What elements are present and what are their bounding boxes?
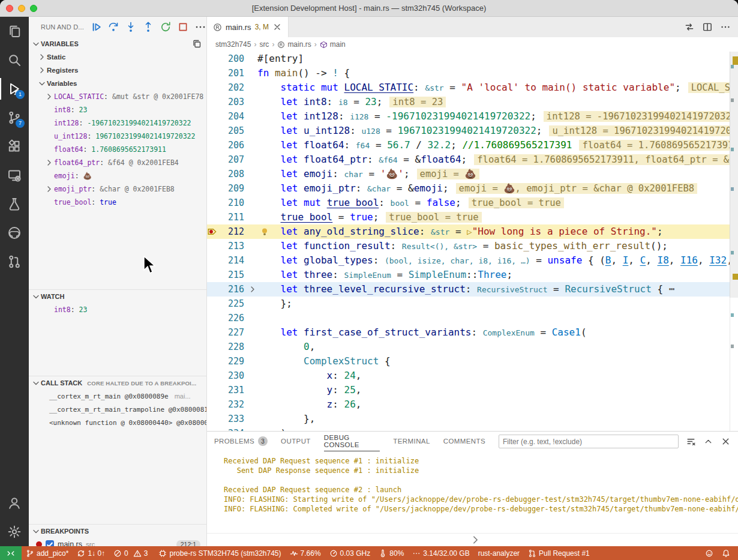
- fullscreen-window-button[interactable]: [30, 5, 37, 12]
- gutter-line-225[interactable]: 225: [207, 297, 257, 311]
- stack-frame[interactable]: __cortex_m_rt_main_trampoline @0x0800081: [29, 403, 206, 416]
- rust-analyzer-status[interactable]: rust-analyzer: [474, 546, 524, 560]
- variables-group-variables[interactable]: Variables: [29, 77, 206, 90]
- breadcrumb-item-main-rs[interactable]: main.rs: [277, 40, 311, 49]
- minimize-window-button[interactable]: [18, 5, 25, 12]
- temperature-status[interactable]: 80%: [374, 546, 408, 560]
- code-line-205[interactable]: 205 let u_int128: u128 = 196710231994021…: [207, 124, 738, 138]
- code-line-227[interactable]: 227 let first_case_of_struct_variants: C…: [207, 325, 738, 340]
- debug-console-input[interactable]: [207, 533, 738, 546]
- variable-row-emoji[interactable]: emoji: 💩: [29, 169, 206, 182]
- variables-group-static[interactable]: Static: [29, 50, 206, 64]
- filter-icon[interactable]: [686, 436, 696, 447]
- continue-button[interactable]: [90, 21, 102, 33]
- gutter-line-204[interactable]: 204: [207, 109, 257, 124]
- fold-chevron-icon[interactable]: [248, 285, 257, 294]
- gutter-line-209[interactable]: 209: [207, 181, 257, 196]
- code-line-202[interactable]: 202 static mut LOCAL_STATIC: &str = "A '…: [207, 80, 738, 95]
- watch-section-header[interactable]: WATCH: [29, 290, 206, 303]
- overview-ruler[interactable]: [730, 52, 738, 431]
- step-over-button[interactable]: [107, 21, 119, 33]
- source-control-icon[interactable]: 7: [0, 103, 29, 132]
- restart-button[interactable]: [160, 21, 172, 33]
- code-line-214[interactable]: 214 let global_types: (bool, isize, char…: [207, 253, 738, 268]
- code-line-203[interactable]: 203 let int8: i8 = 23;int8 = 23: [207, 95, 738, 109]
- search-icon[interactable]: [0, 46, 29, 74]
- memory-status[interactable]: 3.14/32.00 GB: [408, 546, 473, 560]
- gutter-line-206[interactable]: 206: [207, 138, 257, 152]
- gutter-line-214[interactable]: 214: [207, 253, 257, 268]
- gutter-line-208[interactable]: 208: [207, 167, 257, 181]
- gutter-line-205[interactable]: 205: [207, 124, 257, 138]
- git-branch-status[interactable]: add_pico*: [22, 546, 73, 560]
- stack-frame[interactable]: __cortex_m_rt_main @0x0800089emai...: [29, 390, 206, 403]
- console-filter-input[interactable]: [499, 435, 679, 448]
- panel-tab-comments[interactable]: COMMENTS: [443, 432, 485, 451]
- scrollbar-slider[interactable]: [730, 52, 738, 298]
- gutter-line-233[interactable]: 233: [207, 412, 257, 426]
- code-line-232[interactable]: 232 z: 26,: [207, 397, 738, 412]
- variable-row-u_int128[interactable]: u_int128: 196710231994021419720322: [29, 130, 206, 143]
- panel-tab-debug-console[interactable]: DEBUG CONSOLE: [324, 432, 380, 451]
- watch-row-int8[interactable]: int8: 23: [29, 303, 206, 316]
- code-line-228[interactable]: 228 0,: [207, 340, 738, 354]
- call-stack-section-header[interactable]: CALL STACK CORE HALTED DUE TO A BREAKPOI…: [29, 376, 206, 390]
- extensions-icon[interactable]: [0, 132, 29, 161]
- code-line-229[interactable]: 229 ComplexStruct {: [207, 354, 738, 369]
- gutter-line-231[interactable]: 231: [207, 383, 257, 397]
- code-line-231[interactable]: 231 y: 25,: [207, 383, 738, 397]
- code-editor[interactable]: 200#[entry]201fn main() -> ! {202 static…: [207, 52, 738, 431]
- gutter-line-230[interactable]: 230: [207, 369, 257, 383]
- close-panel-icon[interactable]: [721, 436, 731, 447]
- sync-status[interactable]: 1↓ 0↑: [73, 546, 109, 560]
- explorer-icon[interactable]: [0, 17, 29, 46]
- panel-tab-output[interactable]: OUTPUT: [281, 432, 311, 451]
- gutter-line-228[interactable]: 228: [207, 340, 257, 354]
- code-line-211[interactable]: 211 true_bool = true;true_bool = true: [207, 210, 738, 224]
- run-and-debug-icon[interactable]: 1: [0, 74, 29, 103]
- gutter-line-227[interactable]: 227: [207, 325, 257, 340]
- code-line-201[interactable]: 201fn main() -> ! {: [207, 66, 738, 80]
- code-line-213[interactable]: 213 let function_result: Result<(), &str…: [207, 239, 738, 253]
- variable-row-int128[interactable]: int128: -196710231994021419720322: [29, 116, 206, 130]
- panel-tab-terminal[interactable]: TERMINAL: [393, 432, 430, 451]
- close-tab-icon[interactable]: [272, 22, 282, 32]
- variable-row-float64_ptr[interactable]: float64_ptr: &f64 @ 0x2001FEB4: [29, 156, 206, 169]
- gutter-line-200[interactable]: 200: [207, 52, 257, 66]
- gutter-line-202[interactable]: 202: [207, 80, 257, 95]
- variable-row-float64[interactable]: float64: 1.7608695652173911: [29, 143, 206, 156]
- breakpoint-current-line-icon[interactable]: [207, 224, 218, 239]
- variable-row-LOCAL_STATIC[interactable]: LOCAL_STATIC: &mut &str @ 0x2001FE78: [29, 90, 206, 103]
- clock-speed-status[interactable]: 0.03 GHz: [325, 546, 375, 560]
- step-out-button[interactable]: [142, 21, 154, 33]
- more-debug-actions-button[interactable]: [194, 21, 206, 33]
- variable-row-true_bool[interactable]: true_bool: true: [29, 196, 206, 209]
- code-line-225[interactable]: 225 };: [207, 297, 738, 311]
- cpu-usage-status[interactable]: 7.66%: [286, 546, 325, 560]
- gutter-line-234[interactable]: 234: [207, 426, 257, 431]
- breadcrumb-item-stm32h745[interactable]: stm32h745: [215, 40, 251, 49]
- more-editor-actions-icon[interactable]: [720, 22, 731, 32]
- debug-target-status[interactable]: probe-rs STM32H745 (stm32h745): [154, 546, 285, 560]
- gutter-line-216[interactable]: 216: [207, 282, 257, 297]
- code-line-206[interactable]: 206 let float64: f64 = 56.7 / 32.2; //1.…: [207, 138, 738, 152]
- code-line-207[interactable]: 207 let float64_ptr: &f64 = &float64;flo…: [207, 152, 738, 167]
- gutter-line-215[interactable]: 215: [207, 268, 257, 282]
- variables-group-registers[interactable]: Registers: [29, 64, 206, 77]
- code-line-233[interactable]: 233 },: [207, 412, 738, 426]
- breadcrumb-item-src[interactable]: src: [259, 40, 269, 49]
- split-editor-icon[interactable]: [702, 22, 713, 32]
- breakpoints-section-header[interactable]: BREAKPOINTS: [29, 525, 206, 538]
- settings-gear-icon[interactable]: [0, 517, 29, 546]
- gutter-line-229[interactable]: 229: [207, 354, 257, 369]
- code-line-209[interactable]: 209 let emoji_ptr: &char = &emoji;emoji …: [207, 181, 738, 196]
- gutter-line-210[interactable]: 210: [207, 196, 257, 210]
- problems-status[interactable]: 03: [109, 546, 154, 560]
- stack-frame[interactable]: <unknown function @ 0x08000440> @0x08000: [29, 416, 206, 429]
- step-into-button[interactable]: [125, 21, 137, 33]
- open-changes-icon[interactable]: [684, 22, 695, 32]
- code-line-226[interactable]: 226: [207, 311, 738, 325]
- code-line-234[interactable]: 234 ): [207, 426, 738, 431]
- maximize-panel-icon[interactable]: [703, 436, 713, 447]
- feedback-icon[interactable]: [701, 549, 718, 558]
